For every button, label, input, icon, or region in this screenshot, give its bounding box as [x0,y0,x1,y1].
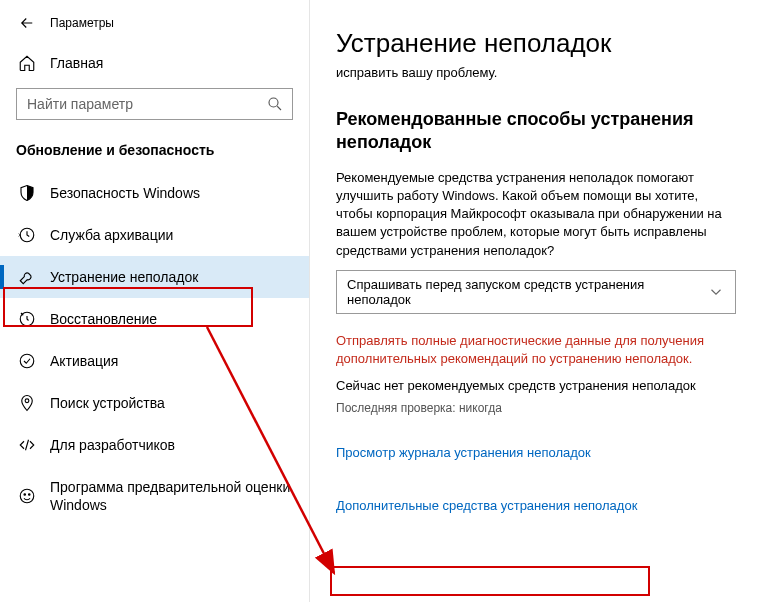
search-icon [266,95,284,113]
sidebar-item-troubleshoot[interactable]: Устранение неполадок [0,256,309,298]
sidebar-item-find-device[interactable]: Поиск устройства [0,382,309,424]
sidebar-item-insider[interactable]: Программа предварительной оценки Windows [0,466,309,526]
troubleshoot-mode-select[interactable]: Спрашивать перед запуском средств устран… [336,270,736,314]
svg-point-3 [20,354,34,368]
sidebar-item-label: Безопасность Windows [50,185,200,201]
section-heading: Рекомендованные способы устранения непол… [336,108,758,155]
sidebar-item-developers[interactable]: Для разработчиков [0,424,309,466]
sidebar-item-activation[interactable]: Активация [0,340,309,382]
search-placeholder: Найти параметр [27,96,133,112]
select-value: Спрашивать перед запуском средств устран… [347,277,707,307]
svg-point-4 [25,399,29,403]
shield-icon [18,184,36,202]
sidebar-item-recovery[interactable]: Восстановление [0,298,309,340]
svg-point-7 [29,494,31,496]
home-icon [18,54,36,72]
sidebar-item-security[interactable]: Безопасность Windows [0,172,309,214]
dev-icon [18,436,36,454]
wrench-icon [18,268,36,286]
sidebar-item-label: Восстановление [50,311,157,327]
activation-icon [18,352,36,370]
sidebar-item-label: Для разработчиков [50,437,175,453]
svg-point-6 [24,494,26,496]
home-label: Главная [50,55,103,71]
sidebar-item-label: Служба архивации [50,227,173,243]
page-title: Устранение неполадок [336,28,758,59]
window-header: Параметры [0,8,309,44]
sidebar-item-backup[interactable]: Служба архивации [0,214,309,256]
diagnostic-warning: Отправлять полные диагностические данные… [336,332,736,368]
last-check-text: Последняя проверка: никогда [336,401,758,415]
additional-troubleshooters-link[interactable]: Дополнительные средства устранения непол… [336,498,637,513]
sidebar-item-label: Программа предварительной оценки Windows [50,478,291,514]
svg-point-5 [20,489,34,503]
restore-icon [18,310,36,328]
sidebar-item-label: Поиск устройства [50,395,165,411]
view-history-link[interactable]: Просмотр журнала устранения неполадок [336,445,591,460]
section-title: Обновление и безопасность [0,134,309,172]
selection-indicator [0,265,4,289]
page-subtitle: исправить вашу проблему. [336,65,758,80]
search-input[interactable]: Найти параметр [16,88,293,120]
sidebar-item-home[interactable]: Главная [0,44,309,82]
window-title: Параметры [50,16,114,30]
insider-icon [18,487,36,505]
no-recommendations-text: Сейчас нет рекомендуемых средств устране… [336,378,758,393]
main-content: Устранение неполадок исправить вашу проб… [310,0,768,602]
sidebar-item-label: Активация [50,353,118,369]
find-icon [18,394,36,412]
svg-point-0 [269,98,278,107]
section-description: Рекомендуемые средства устранения непола… [336,169,736,260]
sidebar: Параметры Главная Найти параметр Обновле… [0,0,310,602]
sidebar-item-label: Устранение неполадок [50,269,198,285]
back-icon[interactable] [18,14,36,32]
chevron-down-icon [707,283,725,301]
backup-icon [18,226,36,244]
